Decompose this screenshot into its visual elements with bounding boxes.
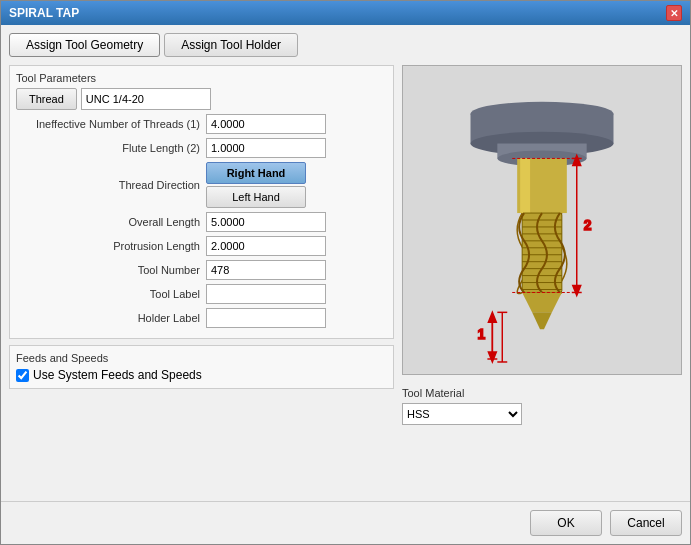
tool-number-row: Tool Number [16, 260, 387, 280]
use-system-feeds-label: Use System Feeds and Speeds [33, 368, 202, 382]
thread-value-input[interactable] [81, 88, 211, 110]
protrusion-length-value [206, 236, 326, 256]
thread-button[interactable]: Thread [16, 88, 77, 110]
content-area: Assign Tool Geometry Assign Tool Holder … [1, 25, 690, 501]
svg-text:1: 1 [477, 326, 485, 342]
holder-label-value [206, 308, 326, 328]
tool-label-input[interactable] [206, 284, 326, 304]
ineffective-threads-label: Ineffective Number of Threads (1) [16, 118, 206, 130]
holder-label-label: Holder Label [16, 312, 206, 324]
direction-buttons: Right Hand Left Hand [206, 162, 306, 208]
right-hand-button[interactable]: Right Hand [206, 162, 306, 184]
holder-label-row: Holder Label [16, 308, 387, 328]
protrusion-length-row: Protrusion Length [16, 236, 387, 256]
tool-illustration: 1 2 [403, 66, 681, 374]
overall-length-label: Overall Length [16, 216, 206, 228]
feeds-label: Feeds and Speeds [16, 352, 387, 364]
cancel-button[interactable]: Cancel [610, 510, 682, 536]
use-system-feeds-row: Use System Feeds and Speeds [16, 368, 387, 382]
thread-row: Thread [16, 88, 387, 110]
flute-length-input[interactable] [206, 138, 326, 158]
tool-material-label: Tool Material [402, 387, 682, 399]
tool-image-area: 1 2 [402, 65, 682, 375]
ineffective-threads-row: Ineffective Number of Threads (1) [16, 114, 387, 134]
flute-length-label: Flute Length (2) [16, 142, 206, 154]
use-system-feeds-checkbox[interactable] [16, 369, 29, 382]
main-area: Tool Parameters Thread Ineffective Numbe… [9, 65, 682, 493]
tab-assign-tool-geometry[interactable]: Assign Tool Geometry [9, 33, 160, 57]
left-hand-button[interactable]: Left Hand [206, 186, 306, 208]
flute-length-value [206, 138, 326, 158]
flute-length-row: Flute Length (2) [16, 138, 387, 158]
tool-number-value [206, 260, 326, 280]
holder-label-input[interactable] [206, 308, 326, 328]
tab-assign-tool-holder[interactable]: Assign Tool Holder [164, 33, 298, 57]
overall-length-input[interactable] [206, 212, 326, 232]
svg-text:2: 2 [584, 217, 592, 233]
protrusion-length-input[interactable] [206, 236, 326, 256]
tool-number-label: Tool Number [16, 264, 206, 276]
tool-label-label: Tool Label [16, 288, 206, 300]
tool-parameters-label: Tool Parameters [16, 72, 387, 84]
ok-button[interactable]: OK [530, 510, 602, 536]
feeds-group: Feeds and Speeds Use System Feeds and Sp… [9, 345, 394, 389]
overall-length-value [206, 212, 326, 232]
title-bar: SPIRAL TAP ✕ [1, 1, 690, 25]
tool-label-row: Tool Label [16, 284, 387, 304]
tool-material-select[interactable]: HSS Carbide Cobalt [402, 403, 522, 425]
tab-bar: Assign Tool Geometry Assign Tool Holder [9, 33, 682, 57]
tool-label-value [206, 284, 326, 304]
protrusion-length-label: Protrusion Length [16, 240, 206, 252]
close-button[interactable]: ✕ [666, 5, 682, 21]
overall-length-row: Overall Length [16, 212, 387, 232]
thread-direction-label: Thread Direction [16, 179, 206, 191]
left-panel: Tool Parameters Thread Ineffective Numbe… [9, 65, 394, 493]
ineffective-threads-input[interactable] [206, 114, 326, 134]
window-title: SPIRAL TAP [9, 6, 79, 20]
right-panel: 1 2 [402, 65, 682, 493]
ineffective-threads-value [206, 114, 326, 134]
main-window: SPIRAL TAP ✕ Assign Tool Geometry Assign… [0, 0, 691, 545]
tool-number-input[interactable] [206, 260, 326, 280]
svg-rect-7 [520, 158, 530, 213]
bottom-bar: OK Cancel [1, 501, 690, 544]
tool-material-area: Tool Material HSS Carbide Cobalt [402, 383, 682, 429]
thread-direction-row: Thread Direction Right Hand Left Hand [16, 162, 387, 208]
tool-parameters-group: Tool Parameters Thread Ineffective Numbe… [9, 65, 394, 339]
